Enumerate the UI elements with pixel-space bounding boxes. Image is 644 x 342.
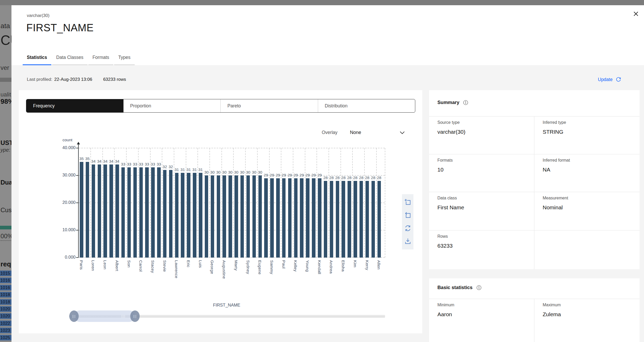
close-icon[interactable] (630, 8, 642, 20)
background-text: UST (1, 139, 11, 146)
y-tick-mark (76, 257, 78, 258)
bg-table-row: 1020 (0, 313, 11, 319)
gridline (364, 148, 365, 258)
y-tick-label: 40.000 (39, 145, 76, 150)
bar (312, 178, 315, 258)
summary-title-row: Summary (437, 100, 468, 105)
x-tick-label: Sammy (269, 260, 274, 274)
bar (115, 164, 119, 258)
bar (151, 167, 155, 258)
gridline (79, 148, 385, 148)
tab-bar: Statistics Data Classes Formats Types (23, 51, 135, 65)
bar (366, 181, 369, 258)
cell-value: Zulema (543, 311, 640, 317)
cell-label: Inferred type (543, 120, 640, 125)
column-details-modal: varchar(30) FIRST_NAME Statistics Data C… (11, 5, 644, 342)
x-tick-label: Young (305, 260, 310, 272)
reset-zoom-icon[interactable] (403, 211, 412, 220)
x-tick-label: Stacey (150, 260, 155, 273)
bar (145, 167, 149, 258)
background-quality-bar (0, 226, 11, 229)
y-tick-label: 30.000 (39, 173, 76, 178)
gridline (245, 148, 246, 258)
cell-value: 63233 (437, 243, 534, 249)
bar (181, 173, 184, 258)
tab-statistics[interactable]: Statistics (23, 51, 51, 65)
y-tick-label: 20.000 (39, 200, 76, 205)
bg-table-row: 1025 (0, 335, 11, 340)
gridline (186, 148, 186, 258)
gridline (305, 148, 305, 258)
chart-toolbar (402, 194, 413, 249)
x-tick-label: Stevie (162, 260, 167, 272)
range-slider-selection[interactable]: ||| (74, 310, 135, 322)
range-slider-grip[interactable]: ||| (121, 314, 126, 318)
refresh-icon[interactable] (403, 224, 412, 233)
cell-label: Inferred format (543, 158, 640, 163)
x-tick-label: Albert (115, 260, 119, 271)
x-tick-label: Augustine (222, 260, 226, 279)
bar (246, 175, 250, 258)
bar (258, 175, 262, 258)
y-axis-arrow (77, 142, 80, 144)
bar-value-label: 28 (375, 175, 383, 180)
range-slider-handle-right[interactable]: ||| (130, 310, 140, 322)
bar (377, 181, 381, 258)
x-axis-title: FIRST_NAME (201, 303, 253, 308)
x-tick-label: Kendall (317, 260, 322, 274)
bg-table-row: 1023 (0, 328, 11, 333)
cell-label: Measurement (543, 196, 640, 200)
background-text: ver (1, 64, 9, 71)
basic-statistics-title-row: Basic statistics (437, 285, 482, 290)
x-tick-label: Eric (186, 260, 191, 267)
x-tick-label: Marty (234, 260, 238, 271)
gridline (269, 148, 270, 258)
page-title: FIRST_NAME (26, 22, 94, 34)
basic-statistics-panel: Basic statistics Minimum Aaron Maximum Z… (429, 278, 640, 342)
gridline (114, 148, 115, 258)
update-link[interactable]: Update (598, 75, 621, 84)
cell-label: Source type (437, 120, 534, 125)
bar (133, 167, 137, 258)
basic-statistics-grid: Minimum Aaron Maximum Zulema (429, 299, 640, 342)
zoom-selection-icon[interactable] (403, 198, 412, 207)
background-text: Cus (1, 206, 11, 214)
cell-label: Minimum (437, 303, 534, 307)
bar (98, 164, 101, 258)
x-tick-label: Paul (281, 260, 286, 268)
summary-cell: Formats 10 (429, 154, 534, 192)
bar (103, 164, 107, 258)
bg-table-row: 1018 (0, 292, 11, 297)
info-icon[interactable] (463, 100, 468, 105)
x-tick-label: Andrea (329, 260, 333, 274)
x-tick-label: George (210, 260, 214, 274)
gridline (257, 148, 258, 258)
bar (193, 173, 196, 258)
x-tick-label: Elisha (341, 260, 345, 272)
x-tick-label: Sydney (246, 260, 250, 274)
bar (217, 175, 220, 258)
bar (169, 170, 173, 258)
background-text: Dual (1, 179, 11, 186)
gridline (293, 148, 293, 258)
bar (330, 181, 333, 258)
bar (324, 181, 327, 258)
x-tick-label: Loren (91, 260, 95, 271)
bar (228, 175, 232, 258)
info-icon[interactable] (476, 285, 482, 290)
tab-types[interactable]: Types (114, 51, 135, 65)
range-slider-handle-left[interactable]: ||| (69, 310, 79, 322)
background-divider (0, 78, 11, 82)
tab-formats[interactable]: Formats (88, 51, 113, 65)
y-tick-mark (76, 203, 78, 203)
summary-panel: Summary Source type varchar(30) Inferred… (429, 90, 640, 269)
bar (211, 175, 214, 258)
bar (371, 181, 375, 258)
tab-data-classes[interactable]: Data Classes (52, 51, 88, 65)
background-percent: 00% (1, 233, 11, 241)
bar (252, 175, 256, 258)
cell-label: Data class (437, 196, 534, 200)
cell-label: Formats (437, 158, 534, 163)
download-icon[interactable] (403, 237, 412, 246)
summary-cell: Data class First Name (429, 192, 534, 230)
